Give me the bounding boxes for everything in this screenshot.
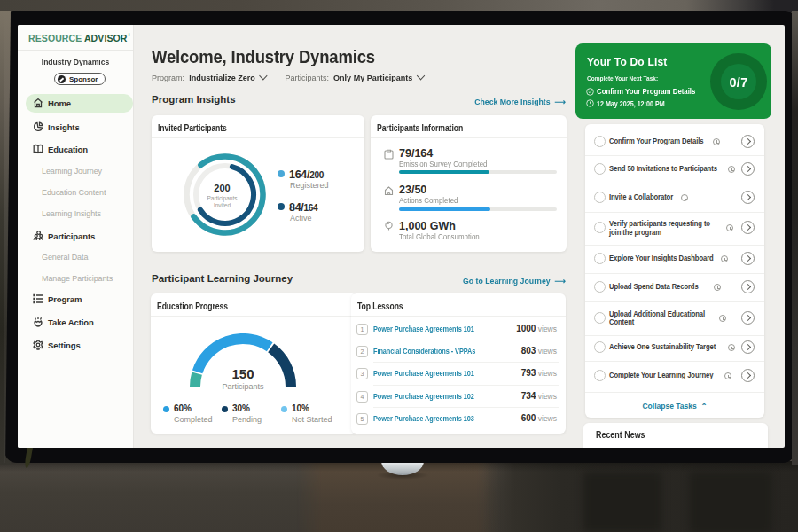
svg-text:0/7: 0/7 xyxy=(729,74,747,89)
